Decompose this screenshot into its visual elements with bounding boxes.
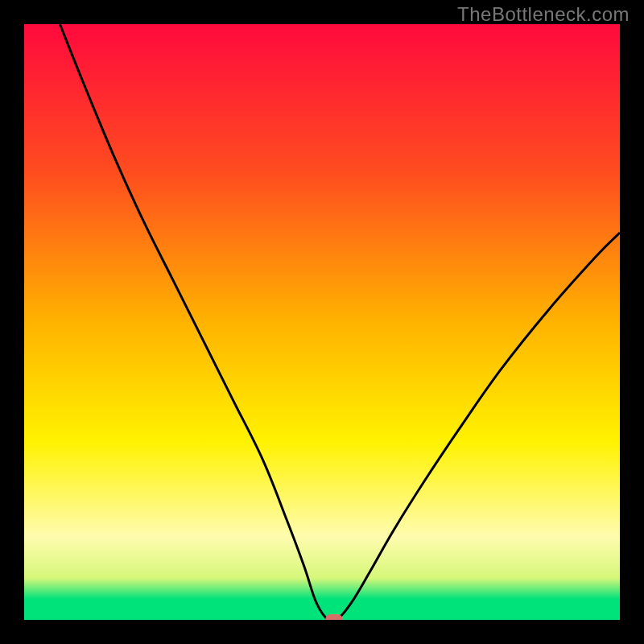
chart-container: TheBottleneck.com [0,0,644,644]
minimum-marker [325,614,343,620]
curve-layer [24,24,620,620]
bottleneck-curve [60,24,620,620]
plot-area [24,24,620,620]
watermark-label: TheBottleneck.com [457,3,630,26]
